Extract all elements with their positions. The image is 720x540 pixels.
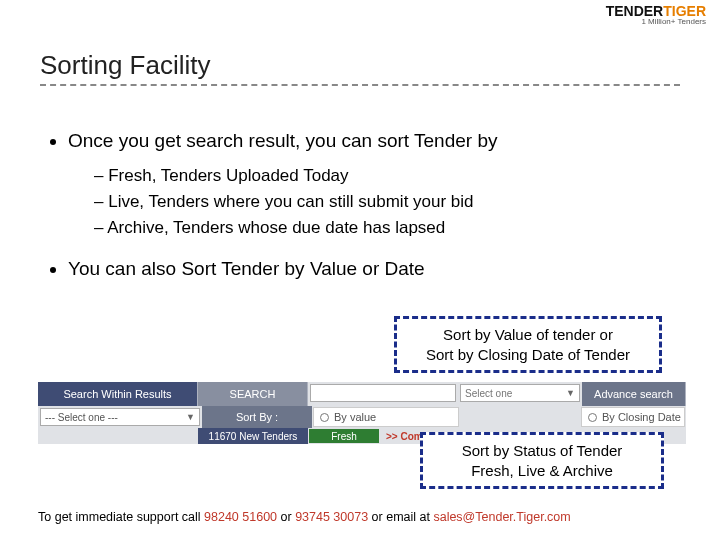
footer-pre: To get immediate support call <box>38 510 204 524</box>
by-value-label: By value <box>334 411 376 423</box>
main-content: Once you get search result, you can sort… <box>60 130 680 286</box>
footer-or2: or email at <box>368 510 433 524</box>
logo-tagline: 1 Million+ Tenders <box>606 18 706 26</box>
footer-or1: or <box>277 510 295 524</box>
search-label: SEARCH <box>198 382 308 406</box>
sub-bullet-fresh: Fresh, Tenders Uploaded Today <box>94 166 680 186</box>
radio-icon <box>320 413 329 422</box>
search-within-results-tab[interactable]: Search Within Results <box>38 382 198 406</box>
chevron-down-icon: ▼ <box>566 388 575 398</box>
sort-by-label: Sort By : <box>202 406 312 428</box>
callout-sort-value-date: Sort by Value of tender or Sort by Closi… <box>394 316 662 373</box>
tender-count-badge: 11670 New Tenders <box>198 428 308 444</box>
bullet-2: You can also Sort Tender by Value or Dat… <box>68 258 680 280</box>
bullet-1-text: Once you get search result, you can sort… <box>68 130 498 151</box>
callout1-line1: Sort by Value of tender or <box>407 325 649 345</box>
callout-sort-status: Sort by Status of Tender Fresh, Live & A… <box>420 432 664 489</box>
search-input[interactable] <box>310 384 456 402</box>
page-title: Sorting Facility <box>40 50 211 81</box>
phone-2: 93745 30073 <box>295 510 368 524</box>
chevron-down-icon: ▼ <box>186 412 195 422</box>
sort-by-value-radio[interactable]: By value <box>313 407 459 427</box>
footer-support: To get immediate support call 98240 5160… <box>38 510 690 524</box>
callout2-line2: Fresh, Live & Archive <box>433 461 651 481</box>
callout1-line2: Sort by Closing Date of Tender <box>407 345 649 365</box>
support-email[interactable]: sales@Tender.Tiger.com <box>433 510 570 524</box>
filter-select-placeholder: --- Select one --- <box>45 412 118 423</box>
by-closing-label: By Closing Date <box>602 411 681 423</box>
sub-bullet-live: Live, Tenders where you can still submit… <box>94 192 680 212</box>
fresh-tab[interactable]: Fresh <box>309 429 379 443</box>
bullet-1: Once you get search result, you can sort… <box>68 130 680 238</box>
filter-select[interactable]: --- Select one --- ▼ <box>40 408 200 426</box>
category-select-placeholder: Select one <box>465 388 512 399</box>
title-divider <box>40 84 680 86</box>
advance-search-link[interactable]: Advance search <box>582 382 686 406</box>
callout2-line1: Sort by Status of Tender <box>433 441 651 461</box>
phone-1: 98240 51600 <box>204 510 277 524</box>
category-select[interactable]: Select one ▼ <box>460 384 580 402</box>
sub-bullet-archive: Archive, Tenders whose due date has laps… <box>94 218 680 238</box>
sort-by-closing-date-radio[interactable]: By Closing Date <box>581 407 685 427</box>
brand-logo: TENDERTIGER 1 Million+ Tenders <box>606 4 706 26</box>
radio-icon <box>588 413 597 422</box>
